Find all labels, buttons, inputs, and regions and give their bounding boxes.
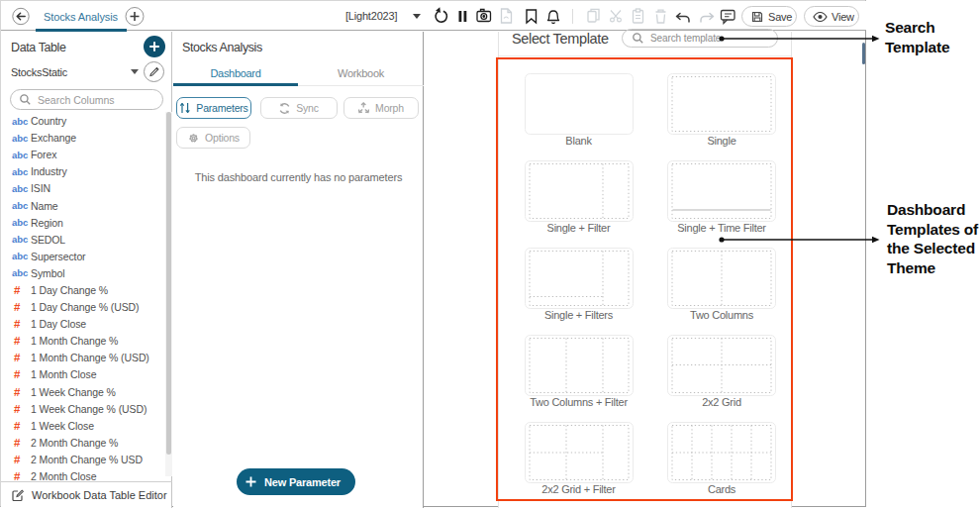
svg-text:[Light2023]: [Light2023]	[345, 10, 397, 22]
